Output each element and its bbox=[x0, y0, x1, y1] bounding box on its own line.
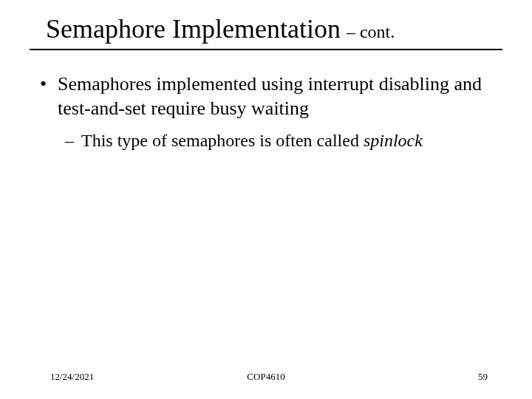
footer-course: COP4610 bbox=[247, 371, 284, 383]
bullet-marker: • bbox=[37, 72, 58, 97]
slide: Semaphore Implementation – cont. • Semap… bbox=[0, 0, 532, 399]
slide-title: Semaphore Implementation bbox=[46, 14, 341, 44]
sub-bullet-marker: – bbox=[65, 129, 81, 152]
footer-date: 12/24/2021 bbox=[50, 371, 94, 383]
sub-bullet-prefix: This type of semaphores is often called bbox=[81, 131, 364, 150]
bullet-text: Semaphores implemented using interrupt d… bbox=[58, 72, 502, 120]
slide-title-suffix: – cont. bbox=[342, 22, 395, 41]
content-area: • Semaphores implemented using interrupt… bbox=[30, 72, 502, 152]
footer: 12/24/2021 COP4610 59 bbox=[0, 371, 532, 383]
sub-bullet-item: – This type of semaphores is often calle… bbox=[37, 129, 502, 152]
sub-bullet-text: This type of semaphores is often called … bbox=[81, 129, 502, 152]
title-container: Semaphore Implementation – cont. bbox=[30, 13, 502, 50]
sub-bullet-italic: spinlock bbox=[364, 131, 423, 150]
footer-page: 59 bbox=[478, 371, 488, 383]
bullet-item: • Semaphores implemented using interrupt… bbox=[37, 72, 502, 120]
